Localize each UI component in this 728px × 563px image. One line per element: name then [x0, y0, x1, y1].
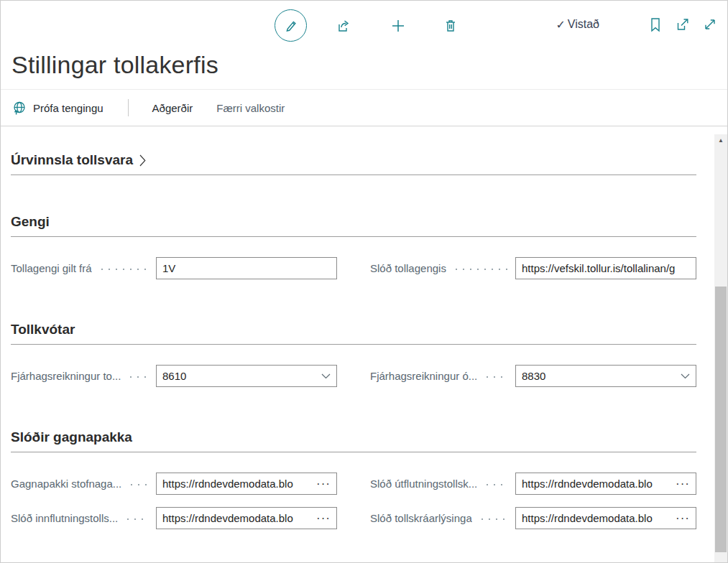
share-button[interactable] [335, 17, 352, 34]
trash-icon [443, 18, 458, 33]
record-toolbar [275, 9, 459, 42]
field-fjarhagsreikningur-o: Fjárhagsreikningur ó... 8830 [370, 364, 696, 388]
section-header-tollkvotar: Tollkvótar [11, 322, 696, 345]
plus-icon [390, 18, 406, 34]
field-label: Slóð tollskráarlýsinga [370, 512, 472, 524]
slodir-fields: Gagnapakki stofnaga... https://rdndevdem… [11, 472, 696, 530]
chevron-down-icon[interactable] [317, 373, 331, 379]
saved-label: Vistað [568, 18, 599, 31]
test-connection-button[interactable]: Prófa tengingu [12, 101, 103, 116]
section-title: Úrvinnsla tollsvara [11, 152, 133, 168]
assist-edit-button[interactable]: ··· [311, 512, 331, 524]
assist-edit-button[interactable]: ··· [671, 512, 690, 524]
field-value: https://rdndevdemodata.blo [162, 478, 311, 490]
field-value: https://rdndevdemodata.blo [522, 478, 671, 490]
pencil-icon [284, 19, 298, 33]
assist-edit-button[interactable]: ··· [671, 478, 690, 490]
scroll-up-arrow[interactable]: ▲ [714, 134, 727, 146]
section-header-urvinnsla-tollsvara[interactable]: Úrvinnsla tollsvara [11, 152, 696, 175]
fjarhagsreikningur-to-combobox[interactable]: 8610 [156, 365, 337, 387]
popout-icon [676, 17, 690, 32]
slod-tollskraarlysinga-input[interactable]: https://rdndevdemodata.blo ··· [515, 507, 696, 529]
bookmark-button[interactable] [647, 16, 664, 33]
gagnapakki-stofnaga-input[interactable]: https://rdndevdemodata.blo ··· [156, 473, 337, 495]
field-label: Fjárhagsreikningur ó... [370, 370, 477, 382]
field-label: Gagnapakki stofnaga... [11, 478, 121, 490]
expand-button[interactable] [701, 16, 719, 33]
field-value: 8610 [162, 370, 317, 382]
save-status: ✓ Vistað [556, 18, 599, 32]
field-value: 1V [162, 262, 331, 274]
dot-leader [124, 518, 149, 521]
dot-leader [484, 376, 508, 378]
chevron-down-icon[interactable] [676, 373, 690, 379]
fewer-options-button[interactable]: Færri valkostir [216, 102, 285, 114]
field-gagnapakki-stofnaga: Gagnapakki stofnaga... https://rdndevdem… [11, 472, 337, 495]
page-state-toolbar: ✓ Vistað [556, 16, 719, 33]
field-slod-utflutningstollsk: Slóð útflutningstollsk... https://rdndev… [370, 472, 696, 495]
slod-utflutningstollsk-input[interactable]: https://rdndevdemodata.blo ··· [515, 473, 696, 495]
field-tollagengi-gilt-fra: Tollagengi gilt frá 1V [11, 256, 337, 280]
new-button[interactable] [390, 17, 407, 34]
field-value: https://rdndevdemodata.blo [162, 512, 311, 524]
dot-leader [127, 376, 149, 378]
globe-arrow-icon [12, 101, 27, 116]
field-slod-innflutningstolls: Slóð innflutningstolls... https://rdndev… [11, 506, 337, 530]
section-header-slodir-gagnapakka: Slóðir gagnapakka [11, 429, 696, 452]
dot-leader [98, 268, 149, 271]
chevron-right-icon [139, 154, 147, 167]
dot-leader [484, 483, 508, 486]
gengi-fields: Tollagengi gilt frá 1V Slóð tollagengis … [11, 256, 696, 280]
expand-icon [703, 17, 717, 32]
share-icon [336, 18, 351, 34]
field-label: Slóð útflutningstollsk... [370, 478, 477, 490]
vertical-scrollbar[interactable]: ▲ [714, 134, 727, 562]
edit-button[interactable] [275, 9, 307, 42]
field-value: https://rdndevdemodata.blo [522, 512, 671, 524]
field-value: 8830 [522, 370, 676, 382]
page-content: Úrvinnsla tollsvara Gengi Tollagengi gil… [1, 126, 727, 530]
action-bar-separator [128, 99, 129, 116]
delete-button[interactable] [442, 17, 459, 34]
field-label: Tollagengi gilt frá [11, 262, 92, 274]
field-label: Fjárhagsreikningur to... [11, 370, 121, 382]
field-label: Slóð innflutningstolls... [11, 512, 118, 524]
action-bar: Prófa tengingu Aðgerðir Færri valkostir [1, 90, 727, 126]
field-slod-tollskraarlysinga: Slóð tollskráarlýsinga https://rdndevdem… [370, 506, 696, 530]
dot-leader [479, 518, 508, 521]
test-connection-label: Prófa tengingu [33, 102, 103, 114]
tollagengi-input[interactable]: 1V [156, 257, 337, 279]
tollkvotar-fields: Fjárhagsreikningur to... 8610 Fjárhagsre… [11, 364, 696, 388]
scrollbar-thumb[interactable] [715, 287, 727, 552]
section-header-gengi: Gengi [11, 214, 696, 237]
actions-menu-button[interactable]: Aðgerðir [152, 102, 193, 114]
page-title: Stillingar tollakerfis [1, 51, 727, 89]
slod-tollagengis-input[interactable]: https://vefskil.tollur.is/tollalinan/g [515, 257, 696, 279]
field-label: Slóð tollagengis [370, 262, 446, 274]
dot-leader [128, 483, 149, 486]
assist-edit-button[interactable]: ··· [311, 478, 331, 490]
customs-setup-page: ✓ Vistað [0, 0, 728, 563]
top-toolbar: ✓ Vistað [1, 1, 727, 51]
slod-innflutningstolls-input[interactable]: https://rdndevdemodata.blo ··· [156, 507, 337, 529]
bookmark-icon [650, 17, 661, 32]
field-fjarhagsreikningur-to: Fjárhagsreikningur to... 8610 [11, 364, 337, 388]
open-in-window-button[interactable] [674, 16, 691, 33]
checkmark-icon: ✓ [556, 18, 565, 32]
field-slod-tollagengis: Slóð tollagengis https://vefskil.tollur.… [370, 256, 696, 280]
dot-leader [453, 268, 508, 271]
fjarhagsreikningur-o-combobox[interactable]: 8830 [515, 365, 696, 387]
field-value: https://vefskil.tollur.is/tollalinan/g [522, 262, 690, 274]
